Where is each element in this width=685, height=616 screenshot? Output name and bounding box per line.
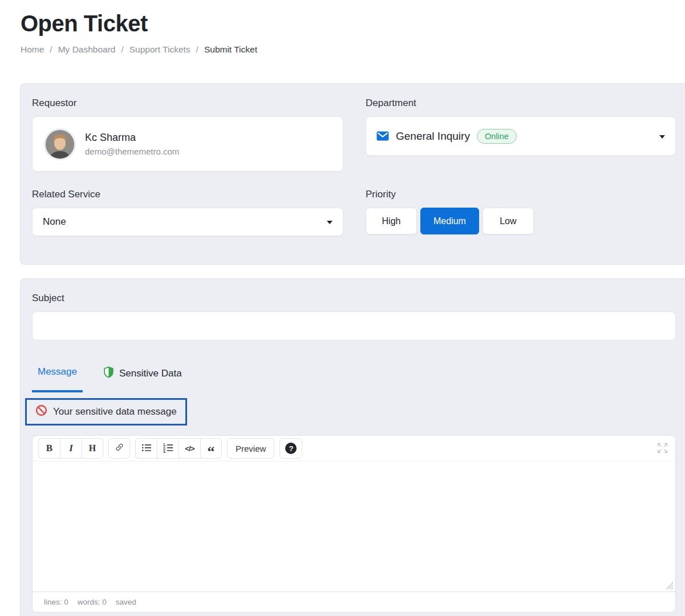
- breadcrumb-separator: /: [196, 44, 198, 55]
- help-button[interactable]: ?: [279, 438, 302, 459]
- caret-down-icon: [659, 135, 665, 139]
- editor-toolbar: B I H: [33, 436, 675, 461]
- quote-icon: “: [208, 449, 215, 455]
- message-editor-textarea[interactable]: [33, 461, 675, 591]
- requestor-card: Kc Sharma demo@thememetro.com: [32, 116, 343, 172]
- page-title: Open Ticket: [21, 9, 685, 38]
- statusbar-lines: lines: 0: [44, 598, 68, 606]
- quote-button[interactable]: “: [200, 438, 222, 459]
- department-select[interactable]: General Inquiry Online: [366, 116, 676, 156]
- unordered-list-icon: [141, 443, 152, 455]
- bold-button[interactable]: B: [38, 438, 60, 459]
- no-entry-icon: [35, 404, 47, 419]
- shield-icon: [103, 366, 114, 381]
- related-service-label: Related Service: [32, 189, 343, 200]
- statusbar-saved: saved: [116, 598, 136, 606]
- heading-button[interactable]: H: [82, 438, 103, 459]
- preview-button[interactable]: Preview: [227, 438, 274, 459]
- department-selected-value: General Inquiry: [396, 130, 470, 143]
- requestor-identity: Kc Sharma demo@thememetro.com: [85, 132, 179, 156]
- tab-message[interactable]: Message: [32, 366, 83, 392]
- ticket-body-panel: Subject Message Sensitive Data Your sens…: [20, 278, 685, 616]
- priority-button-group: High Medium Low: [366, 208, 676, 234]
- breadcrumb: Home / My Dashboard / Support Tickets / …: [21, 44, 685, 55]
- link-icon: [115, 443, 124, 454]
- breadcrumb-support-tickets[interactable]: Support Tickets: [129, 44, 190, 55]
- ticket-meta-panel: Requestor Kc Sharma demo@: [20, 83, 685, 265]
- department-field: Department General Inquiry Online: [366, 98, 676, 172]
- priority-field: Priority High Medium Low: [366, 189, 676, 236]
- breadcrumb-separator: /: [50, 44, 52, 55]
- statusbar-words: words: 0: [78, 598, 107, 606]
- code-button[interactable]: </>: [179, 438, 200, 459]
- editor-statusbar: lines: 0 words: 0 saved: [33, 591, 675, 612]
- priority-low-button[interactable]: Low: [483, 208, 534, 234]
- related-service-select[interactable]: None: [32, 208, 343, 236]
- code-icon: </>: [185, 444, 194, 453]
- subject-label: Subject: [32, 293, 685, 304]
- envelope-icon: [376, 131, 389, 141]
- caret-down-icon: [327, 221, 333, 224]
- breadcrumb-submit-ticket: Submit Ticket: [204, 44, 257, 55]
- svg-text:3.: 3.: [163, 449, 167, 452]
- message-tabs: Message Sensitive Data: [32, 366, 685, 394]
- unordered-list-button[interactable]: [135, 438, 157, 459]
- online-status-badge: Online: [477, 129, 517, 144]
- requestor-field: Requestor Kc Sharma demo@: [32, 98, 343, 172]
- resize-grip-icon[interactable]: [665, 581, 674, 590]
- priority-high-button[interactable]: High: [366, 208, 417, 234]
- markdown-editor: B I H: [32, 435, 676, 613]
- avatar: [44, 128, 76, 160]
- related-service-field: Related Service None: [32, 189, 343, 236]
- sensitive-data-message-label: Your sensitive data message: [53, 406, 177, 418]
- requestor-name: Kc Sharma: [85, 132, 179, 144]
- expand-icon[interactable]: [658, 443, 667, 453]
- breadcrumb-home[interactable]: Home: [21, 44, 44, 55]
- page-header: Open Ticket Home / My Dashboard / Suppor…: [0, 0, 685, 55]
- tab-sensitive-data-label: Sensitive Data: [119, 368, 182, 379]
- breadcrumb-separator: /: [121, 44, 123, 55]
- priority-medium-button[interactable]: Medium: [420, 208, 479, 234]
- tab-sensitive-data[interactable]: Sensitive Data: [98, 366, 188, 394]
- requestor-label: Requestor: [32, 98, 343, 109]
- subject-input[interactable]: [32, 311, 676, 341]
- department-label: Department: [366, 98, 676, 109]
- link-button[interactable]: [108, 438, 130, 459]
- related-service-selected-value: None: [43, 216, 66, 228]
- breadcrumb-my-dashboard[interactable]: My Dashboard: [58, 44, 116, 55]
- ordered-list-icon: 1. 2. 3.: [163, 443, 173, 455]
- priority-label: Priority: [366, 189, 676, 200]
- tab-message-label: Message: [38, 366, 77, 378]
- ordered-list-button[interactable]: 1. 2. 3.: [157, 438, 179, 459]
- question-icon: ?: [285, 443, 297, 454]
- italic-button[interactable]: I: [60, 438, 82, 459]
- requestor-email: demo@thememetro.com: [85, 147, 179, 156]
- sensitive-data-message-button[interactable]: Your sensitive data message: [25, 398, 187, 425]
